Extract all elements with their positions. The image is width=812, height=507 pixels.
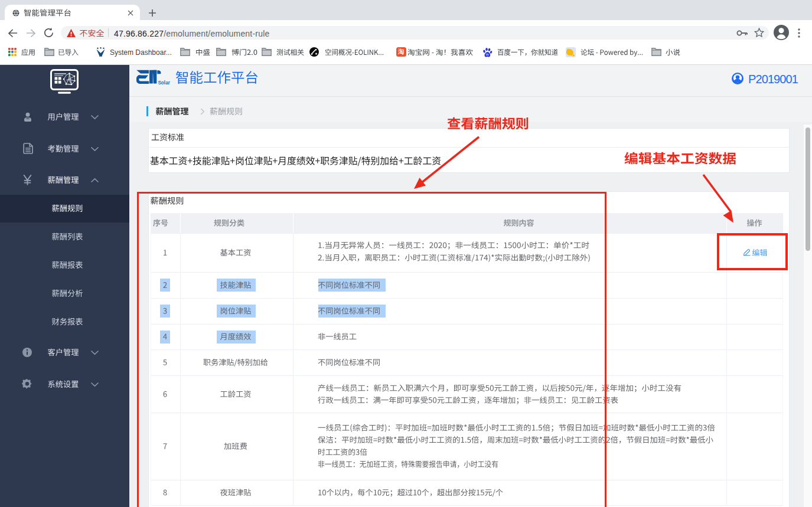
svg-text:du: du	[486, 53, 490, 56]
svg-text:Solar: Solar	[158, 80, 170, 86]
